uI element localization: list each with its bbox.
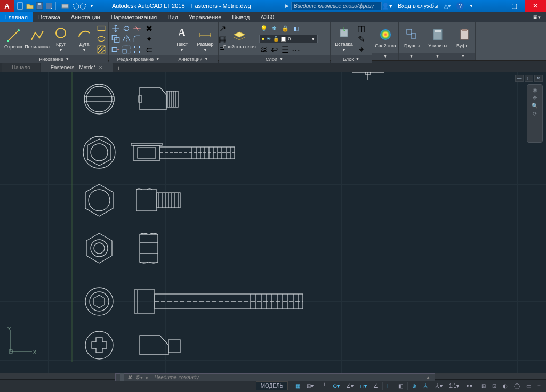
vp-min-icon[interactable]: — [515,75,524,82]
snap-toggle-icon[interactable]: ⊞▾ [304,381,316,391]
layer-combo[interactable]: ●☀🔓 0 ▼ [259,35,318,43]
otrack-toggle-icon[interactable]: ∠ [371,381,380,391]
tab-insert[interactable]: Вставка [33,12,66,22]
tab-a360[interactable]: A360 [255,12,280,22]
anno-scale[interactable]: 1:1▾ [447,381,461,391]
layer-iso-icon[interactable]: ◧ [291,23,301,33]
stretch-icon[interactable] [111,45,121,54]
layer-prev-icon[interactable]: ↩ [270,45,279,54]
create-block-icon[interactable]: ◫ [356,23,366,33]
copy-icon[interactable] [111,34,121,44]
qp-toggle-icon[interactable]: 人 [421,381,430,391]
help-dropdown-icon[interactable]: ▼ [469,4,473,9]
circle-button[interactable]: Круг▼ [50,24,72,54]
text-button[interactable]: A Текст▼ [171,24,193,54]
sc-toggle-icon[interactable]: 人▾ [432,381,445,391]
line-button[interactable]: Отрезок [2,27,25,51]
move-icon[interactable] [111,23,121,33]
properties-button[interactable]: Свойства [374,26,397,50]
tab-home[interactable]: Главная [0,12,33,22]
rect-icon[interactable] [97,23,106,33]
maximize-button[interactable]: ▢ [503,0,525,12]
panel-annot-title[interactable]: Аннотации▼ [168,55,218,63]
panel-utils-title[interactable]: ▼ [424,53,451,60]
polyline-button[interactable]: Полилиния [26,27,49,51]
dimension-button[interactable]: Размер▼ [194,24,216,54]
ortho-toggle-icon[interactable]: └ [320,381,328,391]
tab-parametric[interactable]: Параметризация [106,12,162,22]
trim-icon[interactable] [132,23,142,33]
hw-accel-icon[interactable]: ◐ [501,381,510,391]
tab-view[interactable]: Вид [162,12,183,22]
save-icon[interactable] [35,2,44,10]
ribbon-collapse-icon[interactable]: ▣▾ [528,12,546,22]
cmd-grip-icon[interactable] [120,373,124,381]
clean-screen-icon[interactable]: ▭ [524,381,533,391]
exchange-icon[interactable]: ◬▾ [444,3,451,10]
clipboard-button[interactable]: Буфе... [453,26,476,50]
vp-close-icon[interactable]: ✕ [534,75,543,82]
layer-match-icon[interactable]: ≋ [259,45,269,54]
nav-zoom-icon[interactable]: 🔍 [532,103,538,109]
panel-groups-title[interactable]: ▼ [399,53,424,60]
infocenter-icon[interactable]: 👤▾ [382,3,392,10]
undo-icon[interactable] [70,2,79,10]
layer-more-icon[interactable]: ⋯ [291,45,301,54]
cmd-customize-icon[interactable]: ⚙▾ [135,374,142,380]
new-icon[interactable] [16,2,25,10]
new-tab-button[interactable]: + [114,63,123,72]
layer-freeze-icon[interactable]: ❄ [270,23,279,33]
ws-switch-icon[interactable]: ✦▾ [463,381,475,391]
iso-toggle-icon[interactable]: ∠▾ [344,381,356,391]
anno-monitor-icon[interactable]: ⊞ [479,381,488,391]
arc-button[interactable]: Дуга▼ [73,24,95,54]
tab-current-file[interactable]: Fasteners - Metric*✕ [41,62,113,72]
search-input[interactable]: Введите ключевое слово/фразу [291,2,382,10]
hatch-icon[interactable] [97,45,106,54]
grid-toggle-icon[interactable]: ▦ [293,381,302,391]
command-input[interactable]: ✖ ⚙▾ ▸_ Введите команду ▲ [115,373,435,381]
layer-off-icon[interactable]: 💡 [259,23,269,33]
polar-toggle-icon[interactable]: ⊙▾ [331,381,342,391]
vp-max-icon[interactable]: ▢ [525,75,533,82]
utilities-button[interactable]: Утилиты [427,26,449,50]
units-icon[interactable]: ⊡ [490,381,499,391]
customize-status-icon[interactable]: ≡ [535,381,543,391]
layer-lock-icon[interactable]: 🔒 [280,23,290,33]
tab-start[interactable]: Начало [2,62,40,72]
close-button[interactable]: ✕ [525,0,546,12]
minimize-button[interactable]: ─ [482,0,503,12]
lwt-toggle-icon[interactable]: ⊢ [385,381,394,391]
dyn-toggle-icon[interactable]: ⊕ [410,381,419,391]
ellipse-icon[interactable] [97,34,106,44]
rotate-icon[interactable] [122,23,131,33]
tab-annotate[interactable]: Аннотации [66,12,106,22]
panel-modify-title[interactable]: Редактирование▼ [109,55,168,63]
offset-icon[interactable]: ⊂ [144,45,154,54]
close-tab-icon[interactable]: ✕ [99,65,103,70]
saveas-icon[interactable] [45,2,53,10]
edit-block-icon[interactable]: ✎ [356,34,366,44]
groups-button[interactable]: Группы [401,26,423,50]
mirror-icon[interactable] [122,34,131,44]
isolate-icon[interactable]: ◯ [512,381,522,391]
open-icon[interactable] [26,2,34,10]
signin-link[interactable]: Вход в службы [398,3,438,9]
osnap-toggle-icon[interactable]: ◻▾ [358,381,369,391]
insert-block-button[interactable]: Вставка▼ [333,24,355,54]
explode-icon[interactable]: ✦ [144,34,154,44]
help-icon[interactable]: ? [456,2,464,10]
tab-output[interactable]: Вывод [227,12,255,22]
qat-dropdown-icon[interactable]: ▼ [90,4,94,9]
layer-props-button[interactable]: Свойства слоя [221,27,258,51]
cmd-tool-icon[interactable]: ✖ [127,374,132,380]
nav-orbit-icon[interactable]: ⟳ [533,111,537,117]
erase-icon[interactable]: ✖ [144,23,154,33]
tab-manage[interactable]: Управление [183,12,227,22]
cmd-recent-icon[interactable]: ▲ [426,375,430,380]
nav-bar[interactable]: ◉ ✥ 🔍 ⟳ [527,84,543,143]
transparency-icon[interactable]: ◧ [396,381,405,391]
nav-wheel-icon[interactable]: ◉ [533,87,537,93]
panel-clip-title[interactable]: ▼ [451,53,475,60]
attr-icon[interactable]: ⌖ [356,45,366,54]
